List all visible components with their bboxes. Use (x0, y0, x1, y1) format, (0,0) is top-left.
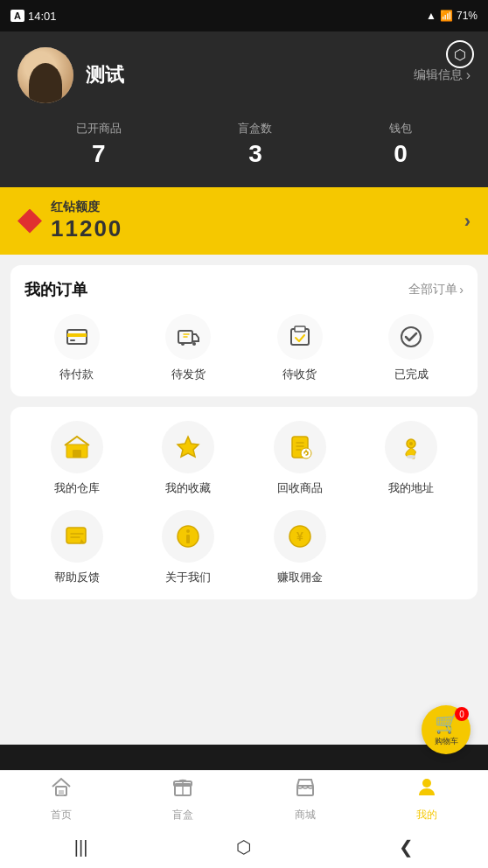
order-item-pending-receive[interactable]: 待收货 (247, 314, 352, 382)
status-left: A 14:01 (10, 10, 57, 23)
floating-cart-button[interactable]: 0 🛒 购物车 (422, 705, 471, 754)
recycle-label: 回收商品 (277, 480, 323, 496)
svg-point-28 (422, 779, 431, 788)
favorites-label: 我的收藏 (165, 480, 211, 496)
bottom-nav: 首页 盲盒 商城 (0, 770, 488, 826)
stats-row: 已开商品 7 盲盒数 3 钱包 0 (17, 121, 471, 168)
profile-top: 测试 编辑信息 › (17, 47, 471, 103)
feature-about[interactable]: 关于我们 (136, 510, 241, 585)
all-orders-link[interactable]: 全部订单 › (408, 282, 464, 298)
stat-blind-box-label: 盲盒数 (238, 121, 272, 136)
home-button[interactable]: ⬡ (219, 830, 268, 864)
orders-title: 我的订单 (24, 279, 87, 300)
banner-chevron-icon: › (464, 210, 471, 233)
settings-icon: ⬡ (446, 40, 474, 68)
edit-info-label: 编辑信息 (414, 67, 463, 83)
orders-header: 我的订单 全部订单 › (24, 279, 464, 300)
completed-label: 已完成 (394, 367, 429, 382)
stat-wallet-value: 0 (389, 140, 412, 168)
username-label: 测试 (86, 62, 124, 88)
feature-warehouse[interactable]: 我的仓库 (24, 421, 129, 496)
nav-home[interactable]: 首页 (0, 775, 122, 822)
pending-ship-label: 待发货 (171, 367, 206, 382)
svg-marker-11 (178, 437, 199, 457)
svg-point-16 (407, 455, 415, 458)
banner-text: 红钻额度 11200 (51, 200, 122, 242)
status-right: ▲ 📶 71% (426, 10, 478, 22)
orders-section: 我的订单 全部订单 › 待付款 (10, 265, 478, 396)
banner-value: 11200 (51, 215, 122, 242)
cart-badge: 0 (455, 707, 469, 721)
banner-left: 红钻额度 11200 (17, 200, 122, 242)
avatar (17, 47, 73, 103)
nav-blindbox[interactable]: 盲盒 (122, 775, 245, 822)
profile-left: 测试 (17, 47, 124, 103)
home-nav-label: 首页 (51, 808, 72, 822)
recent-apps-button[interactable]: ||| (57, 830, 106, 864)
recycle-icon-wrap (274, 421, 326, 473)
edit-info-button[interactable]: 编辑信息 › (414, 67, 471, 83)
order-grid: 待付款 待发货 (24, 314, 464, 382)
all-orders-label: 全部订单 (408, 282, 457, 298)
all-orders-chevron-icon: › (459, 283, 464, 297)
diamond-icon (17, 209, 42, 234)
svg-point-5 (192, 342, 196, 346)
favorites-icon-wrap (162, 421, 214, 473)
commission-icon-wrap: ¥ (274, 510, 326, 563)
commission-label: 赚取佣金 (277, 570, 323, 585)
address-label: 我的地址 (388, 480, 434, 496)
feature-favorites[interactable]: 我的收藏 (136, 421, 241, 496)
red-diamond-banner[interactable]: 红钻额度 11200 › (0, 187, 488, 255)
svg-point-4 (181, 342, 185, 346)
svg-rect-20 (186, 535, 190, 543)
order-item-pending-payment[interactable]: 待付款 (24, 314, 129, 382)
stat-blind-box-value: 3 (238, 140, 272, 168)
system-nav: ||| ⬡ ❮ (0, 826, 488, 868)
blindbox-nav-label: 盲盒 (172, 808, 193, 822)
feedback-label: 帮助反馈 (54, 570, 100, 585)
cart-label: 购物车 (435, 736, 458, 747)
app-indicator: A (10, 10, 24, 22)
main-content: 我的订单 全部订单 › 待付款 (0, 255, 488, 745)
feature-grid: 我的仓库 我的收藏 (24, 421, 464, 585)
shop-nav-icon (294, 775, 317, 804)
stat-opened-goods: 已开商品 7 (76, 121, 122, 168)
completed-icon (388, 314, 434, 360)
about-label: 关于我们 (165, 570, 211, 585)
feature-feedback[interactable]: 帮助反馈 (24, 510, 129, 585)
features-section: 我的仓库 我的收藏 (10, 407, 478, 599)
shop-nav-label: 商城 (295, 808, 316, 822)
pending-receive-label: 待收货 (282, 367, 317, 382)
svg-rect-7 (295, 326, 305, 332)
svg-point-15 (409, 442, 413, 445)
svg-text:¥: ¥ (296, 529, 303, 543)
nav-shop[interactable]: 商城 (244, 775, 366, 822)
stat-blind-box: 盲盒数 3 (238, 121, 272, 168)
stat-opened-goods-value: 7 (76, 140, 122, 168)
profile-header: ⬡ 测试 编辑信息 › 已开商品 7 (0, 32, 488, 187)
feedback-icon-wrap (51, 510, 103, 563)
stat-opened-goods-label: 已开商品 (76, 121, 122, 136)
warehouse-icon-wrap (51, 421, 103, 473)
feature-commission[interactable]: ¥ 赚取佣金 (247, 510, 352, 585)
signal-icon: 📶 (440, 10, 453, 22)
about-icon-wrap (162, 510, 214, 563)
order-item-completed[interactable]: 已完成 (359, 314, 464, 382)
avatar-image (17, 47, 73, 103)
feature-recycle[interactable]: 回收商品 (247, 421, 352, 496)
svg-point-8 (401, 327, 421, 346)
stat-wallet-label: 钱包 (389, 121, 412, 136)
svg-rect-10 (73, 450, 81, 458)
wifi-icon: ▲ (426, 10, 436, 22)
back-button[interactable]: ❮ (381, 830, 431, 864)
svg-rect-27 (297, 786, 313, 795)
svg-rect-2 (70, 340, 75, 341)
svg-rect-1 (67, 333, 87, 337)
order-item-pending-ship[interactable]: 待发货 (136, 314, 241, 382)
blindbox-nav-icon (171, 775, 194, 804)
feature-empty (359, 510, 464, 585)
avatar-body (29, 63, 62, 103)
feature-address[interactable]: 我的地址 (359, 421, 464, 496)
nav-mine[interactable]: 我的 (366, 775, 489, 822)
settings-button[interactable]: ⬡ (446, 40, 474, 68)
